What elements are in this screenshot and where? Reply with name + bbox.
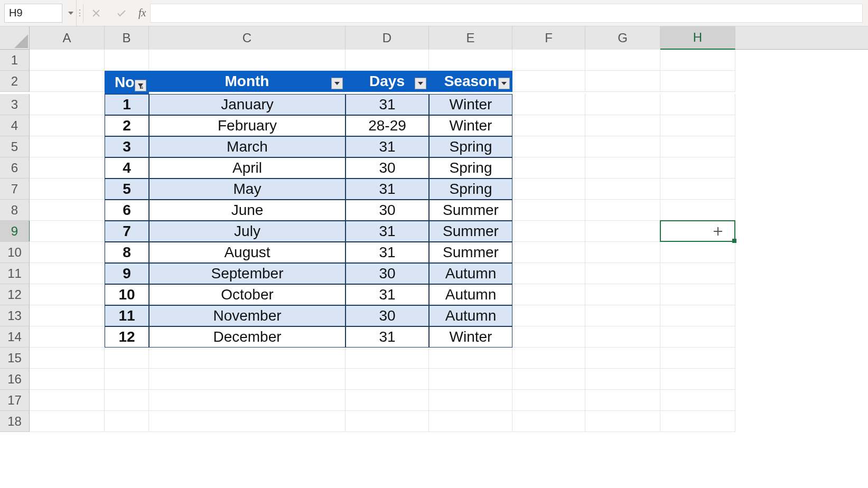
cell-A9[interactable] xyxy=(30,221,105,242)
cell-E12[interactable]: Autumn xyxy=(429,284,512,305)
cell-C10[interactable]: August xyxy=(149,242,346,263)
cell-A17[interactable] xyxy=(30,390,105,411)
cell-E18[interactable] xyxy=(429,411,512,432)
cell-F8[interactable] xyxy=(512,200,585,221)
cell-B5[interactable]: 3 xyxy=(105,136,149,157)
cell-E2[interactable]: Season xyxy=(429,71,512,92)
cell-A5[interactable] xyxy=(30,136,105,157)
row-header-10[interactable]: 10 xyxy=(0,242,30,263)
cell-C9[interactable]: July xyxy=(149,221,346,242)
cell-A8[interactable] xyxy=(30,200,105,221)
cell-F15[interactable] xyxy=(512,348,585,369)
cell-D14[interactable]: 31 xyxy=(346,326,429,348)
cell-E9[interactable]: Summer xyxy=(429,221,512,242)
cell-C2[interactable]: Month xyxy=(149,71,346,92)
cell-D10[interactable]: 31 xyxy=(346,242,429,263)
cell-G7[interactable] xyxy=(585,179,660,200)
column-header-B[interactable]: B xyxy=(105,26,149,50)
row-header-2[interactable]: 2 xyxy=(0,71,30,92)
cell-E4[interactable]: Winter xyxy=(429,115,512,136)
name-box-dropdown[interactable] xyxy=(66,4,76,23)
column-header-D[interactable]: D xyxy=(346,26,429,50)
cell-C17[interactable] xyxy=(149,390,346,411)
cell-G9[interactable] xyxy=(585,221,660,242)
enter-button[interactable] xyxy=(109,0,134,26)
row-header-9[interactable]: 9 xyxy=(0,221,30,242)
cell-C12[interactable]: October xyxy=(149,284,346,305)
cell-C3[interactable]: January xyxy=(149,94,346,115)
cell-B11[interactable]: 9 xyxy=(105,263,149,284)
row-header-7[interactable]: 7 xyxy=(0,179,30,200)
cell-E3[interactable]: Winter xyxy=(429,94,512,115)
cell-C1[interactable] xyxy=(149,50,346,71)
cell-H8[interactable] xyxy=(660,200,735,221)
cell-F9[interactable] xyxy=(512,221,585,242)
cell-E16[interactable] xyxy=(429,369,512,390)
cell-F14[interactable] xyxy=(512,326,585,348)
row-header-17[interactable]: 17 xyxy=(0,390,30,411)
cell-H6[interactable] xyxy=(660,157,735,179)
cell-A1[interactable] xyxy=(30,50,105,71)
cell-G13[interactable] xyxy=(585,305,660,326)
row-header-5[interactable]: 5 xyxy=(0,136,30,157)
column-header-H[interactable]: H xyxy=(660,26,735,50)
cell-A3[interactable] xyxy=(30,94,105,115)
cell-G12[interactable] xyxy=(585,284,660,305)
cell-B14[interactable]: 12 xyxy=(105,326,149,348)
cell-D1[interactable] xyxy=(346,50,429,71)
row-header-15[interactable]: 15 xyxy=(0,348,30,369)
cell-G1[interactable] xyxy=(585,50,660,71)
worksheet[interactable]: ABCDEFGH 12No.MonthDaysSeason31January31… xyxy=(0,26,868,488)
cell-A12[interactable] xyxy=(30,284,105,305)
row-header-3[interactable]: 3 xyxy=(0,94,30,115)
cell-H11[interactable] xyxy=(660,263,735,284)
cell-H4[interactable] xyxy=(660,115,735,136)
filter-dropdown-icon[interactable] xyxy=(415,78,426,89)
row-header-12[interactable]: 12 xyxy=(0,284,30,305)
cell-B12[interactable]: 10 xyxy=(105,284,149,305)
cell-H16[interactable] xyxy=(660,369,735,390)
cell-B7[interactable]: 5 xyxy=(105,179,149,200)
cell-A14[interactable] xyxy=(30,326,105,348)
cell-F1[interactable] xyxy=(512,50,585,71)
cell-E14[interactable]: Winter xyxy=(429,326,512,348)
cell-A2[interactable] xyxy=(30,71,105,92)
cell-D12[interactable]: 31 xyxy=(346,284,429,305)
filter-dropdown-icon[interactable] xyxy=(498,78,510,89)
cell-C18[interactable] xyxy=(149,411,346,432)
formula-input[interactable] xyxy=(150,4,863,23)
name-box[interactable]: H9 xyxy=(4,4,62,23)
cell-D6[interactable]: 30 xyxy=(346,157,429,179)
cell-G11[interactable] xyxy=(585,263,660,284)
cell-A10[interactable] xyxy=(30,242,105,263)
cell-B6[interactable]: 4 xyxy=(105,157,149,179)
cell-G16[interactable] xyxy=(585,369,660,390)
cell-H5[interactable] xyxy=(660,136,735,157)
cell-B13[interactable]: 11 xyxy=(105,305,149,326)
cell-B18[interactable] xyxy=(105,411,149,432)
cell-G15[interactable] xyxy=(585,348,660,369)
cell-D8[interactable]: 30 xyxy=(346,200,429,221)
cell-G2[interactable] xyxy=(585,71,660,92)
cell-H9[interactable] xyxy=(660,221,735,242)
cell-H13[interactable] xyxy=(660,305,735,326)
cell-A4[interactable] xyxy=(30,115,105,136)
cell-D4[interactable]: 28-29 xyxy=(346,115,429,136)
cell-G5[interactable] xyxy=(585,136,660,157)
cell-D5[interactable]: 31 xyxy=(346,136,429,157)
cell-C14[interactable]: December xyxy=(149,326,346,348)
cell-F13[interactable] xyxy=(512,305,585,326)
cell-B17[interactable] xyxy=(105,390,149,411)
cell-H15[interactable] xyxy=(660,348,735,369)
cell-C5[interactable]: March xyxy=(149,136,346,157)
cell-H18[interactable] xyxy=(660,411,735,432)
cell-F17[interactable] xyxy=(512,390,585,411)
cell-B4[interactable]: 2 xyxy=(105,115,149,136)
column-header-A[interactable]: A xyxy=(30,26,105,50)
cancel-button[interactable] xyxy=(83,0,109,26)
cell-G3[interactable] xyxy=(585,94,660,115)
cell-E8[interactable]: Summer xyxy=(429,200,512,221)
cell-G17[interactable] xyxy=(585,390,660,411)
cell-A7[interactable] xyxy=(30,179,105,200)
cell-H7[interactable] xyxy=(660,179,735,200)
